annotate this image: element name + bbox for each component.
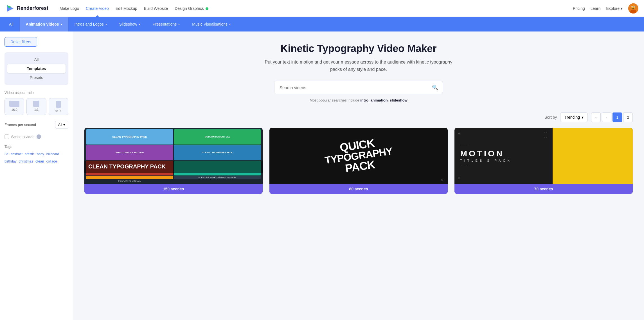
aspect-16-9-icon xyxy=(9,101,19,107)
fps-row: Frames per second All ▾ xyxy=(4,121,68,129)
script-to-video-row: Script to video i xyxy=(4,134,68,139)
chevron-down-icon: ▾ xyxy=(229,23,231,26)
popular-searches: Most popular searches include intro, ani… xyxy=(84,98,633,102)
aspect-9-16-icon xyxy=(56,101,61,108)
aspect-1-1-label: 1:1 xyxy=(34,108,39,111)
chevron-down-icon: ▾ xyxy=(105,23,107,26)
filter-templates[interactable]: Templates xyxy=(7,64,66,73)
aspect-16-9[interactable]: 16:9 xyxy=(4,98,24,115)
avatar-img xyxy=(628,3,638,13)
script-to-video-label: Script to video xyxy=(11,135,34,139)
tag-christmas[interactable]: christmas xyxy=(19,159,33,164)
popular-link-slideshow[interactable]: slideshow xyxy=(390,98,407,102)
chevron-down-icon: ▾ xyxy=(63,123,65,127)
scenes-count-quick: 80 scenes xyxy=(269,184,448,194)
svg-point-7 xyxy=(632,6,632,7)
tags-list: 3d abstract artistic baby billboard birt… xyxy=(4,152,68,164)
video-card-quick-typography[interactable]: QUICK TYPOGRAPHY PACK 80 80 scenes xyxy=(269,128,448,194)
chevron-down-icon: ▾ xyxy=(621,6,623,11)
page-title: Kinetic Typography Video Maker xyxy=(84,43,633,55)
chevron-down-icon: ▾ xyxy=(139,23,140,26)
popular-link-animation[interactable]: animation xyxy=(370,98,388,102)
category-nav: All Animation Videos ▾ Intros and Logos … xyxy=(0,17,644,31)
hero-section: Kinetic Typography Video Maker Put your … xyxy=(84,43,633,102)
tag-abstract[interactable]: abstract xyxy=(10,152,22,157)
page-2-button[interactable]: 2 xyxy=(623,112,633,122)
nav-edit-mockup[interactable]: Edit Mockup xyxy=(116,5,137,12)
logo[interactable]: Renderforest xyxy=(6,4,48,13)
aspect-9-16-label: 9:16 xyxy=(55,109,61,112)
tags-section: Tags 3d abstract artistic baby billboard… xyxy=(4,145,68,164)
cat-animation-videos[interactable]: Animation Videos ▾ xyxy=(20,17,68,31)
filter-presets[interactable]: Presets xyxy=(7,73,66,82)
search-input[interactable] xyxy=(274,82,427,93)
video-thumbnail-quick: QUICK TYPOGRAPHY PACK 80 xyxy=(269,128,448,184)
aspect-ratio-label: Video aspect ratio xyxy=(4,91,68,95)
tag-billboard[interactable]: billboard xyxy=(46,152,59,157)
cat-slideshow[interactable]: Slideshow ▾ xyxy=(113,17,147,31)
sort-select[interactable]: Trending ▾ xyxy=(560,112,588,122)
search-button[interactable]: 🔍 xyxy=(427,81,443,94)
search-bar: 🔍 xyxy=(274,81,443,94)
aspect-1-1[interactable]: 1:1 xyxy=(26,98,46,115)
filter-group: All Templates Presets xyxy=(4,52,68,85)
aspect-1-1-icon xyxy=(33,101,39,107)
cat-all[interactable]: All xyxy=(3,17,20,31)
nav-build-website[interactable]: Build Website xyxy=(144,5,168,12)
video-card-motion-titles[interactable]: — —— MOTION TITLES S PACK — —— ◆ + × * *… xyxy=(454,128,633,194)
toolbar: Sort by Trending ▾ « ‹ 1 2 xyxy=(84,112,633,122)
nav-create-video[interactable]: Create Video xyxy=(86,5,109,12)
info-icon[interactable]: i xyxy=(37,134,41,139)
pagination: « ‹ 1 2 xyxy=(591,112,633,122)
brand-name: Renderforest xyxy=(17,5,48,11)
chevron-down-icon: ▾ xyxy=(178,23,180,26)
nav-make-logo[interactable]: Make Logo xyxy=(60,5,79,12)
video-thumbnail-clean: CLEAN TYPOGRAPHY PACK MODERN DESIGN FEEL… xyxy=(84,128,263,184)
cat-presentations[interactable]: Presentations ▾ xyxy=(147,17,186,31)
script-to-video-checkbox[interactable] xyxy=(4,134,9,139)
nav-pricing[interactable]: Pricing xyxy=(573,6,585,11)
fps-select[interactable]: All ▾ xyxy=(55,121,68,129)
scenes-count-motion: 70 scenes xyxy=(454,184,633,194)
nav-right: Pricing Learn Explore ▾ xyxy=(573,3,638,13)
tag-collage[interactable]: collage xyxy=(46,159,57,164)
popular-link-intro[interactable]: intro xyxy=(360,98,368,102)
sort-label: Sort by xyxy=(544,115,557,120)
sidebar: Reset filters All Templates Presets Vide… xyxy=(0,31,73,320)
aspect-16-9-label: 16:9 xyxy=(11,108,17,111)
filter-all[interactable]: All xyxy=(7,55,66,64)
tag-birthday[interactable]: birthday xyxy=(4,159,17,164)
main-content: Kinetic Typography Video Maker Put your … xyxy=(73,31,644,320)
main-layout: Reset filters All Templates Presets Vide… xyxy=(0,31,644,320)
top-nav: Renderforest Make Logo Create Video Edit… xyxy=(0,0,644,17)
page-prev-button[interactable]: ‹ xyxy=(602,112,611,122)
scenes-count-clean: 150 scenes xyxy=(84,184,263,194)
video-thumbnail-motion: — —— MOTION TITLES S PACK — —— ◆ + × * *… xyxy=(454,128,633,184)
nav-links: Make Logo Create Video Edit Mockup Build… xyxy=(60,5,573,12)
tag-3d[interactable]: 3d xyxy=(4,152,8,157)
chevron-down-icon: ▾ xyxy=(61,23,62,26)
aspect-9-16[interactable]: 9:16 xyxy=(49,98,68,115)
svg-point-8 xyxy=(634,6,635,7)
nav-design-graphics[interactable]: Design Graphics xyxy=(175,5,208,12)
tag-baby[interactable]: baby xyxy=(37,152,44,157)
chevron-down-icon: ▾ xyxy=(582,115,584,120)
video-card-clean-typography[interactable]: CLEAN TYPOGRAPHY PACK MODERN DESIGN FEEL… xyxy=(84,128,263,194)
sort-value: Trending xyxy=(564,115,580,120)
fps-label: Frames per second xyxy=(4,123,36,127)
notification-dot xyxy=(206,7,208,10)
nav-explore[interactable]: Explore ▾ xyxy=(606,6,623,11)
reset-filters-button[interactable]: Reset filters xyxy=(4,37,37,47)
user-avatar[interactable] xyxy=(628,3,638,13)
aspect-ratio-options: 16:9 1:1 9:16 xyxy=(4,98,68,115)
tag-artistic[interactable]: artistic xyxy=(25,152,35,157)
video-grid: CLEAN TYPOGRAPHY PACK MODERN DESIGN FEEL… xyxy=(84,128,633,194)
page-first-button[interactable]: « xyxy=(591,112,601,122)
cat-intros-logos[interactable]: Intros and Logos ▾ xyxy=(68,17,113,31)
fps-value: All xyxy=(58,123,62,127)
hero-description: Put your text into motion and get your m… xyxy=(260,58,457,73)
cat-music-visualisations[interactable]: Music Visualisations ▾ xyxy=(186,17,237,31)
page-1-button[interactable]: 1 xyxy=(613,112,622,122)
tag-clean[interactable]: clean xyxy=(35,159,44,164)
nav-learn[interactable]: Learn xyxy=(591,6,601,11)
